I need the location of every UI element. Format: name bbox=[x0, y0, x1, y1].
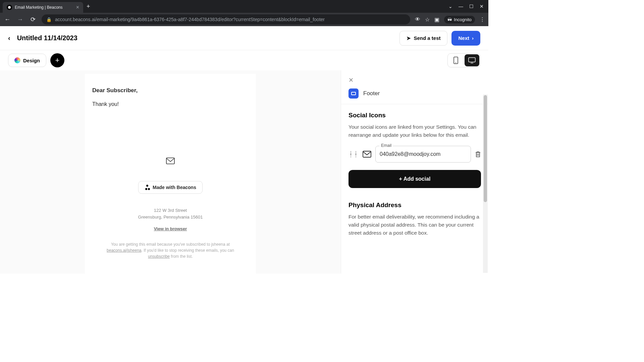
email-canvas[interactable]: Dear Subscriber, Thank you! Made with Be… bbox=[85, 74, 256, 274]
scrollbar-track[interactable] bbox=[483, 95, 488, 273]
mobile-view-button[interactable] bbox=[448, 54, 464, 67]
physical-address-heading: Physical Address bbox=[348, 201, 481, 209]
new-tab-button[interactable]: + bbox=[83, 2, 94, 11]
minimize-icon[interactable]: — bbox=[459, 4, 463, 9]
design-button[interactable]: Design bbox=[8, 54, 46, 67]
favicon-icon bbox=[7, 5, 12, 10]
editor-toolbar: Design + bbox=[0, 50, 488, 70]
document-title[interactable]: Untitled 11/14/2023 bbox=[17, 34, 77, 42]
kebab-menu-icon[interactable]: ⋮ bbox=[480, 16, 485, 23]
social-icons-description: Your social icons are linked from your S… bbox=[348, 123, 481, 139]
svg-rect-5 bbox=[363, 151, 371, 157]
social-email-input[interactable] bbox=[375, 146, 471, 163]
app-header: ‹ Untitled 11/14/2023 ➤ Send a test Next… bbox=[0, 26, 488, 50]
email-input-label: Email bbox=[379, 143, 393, 148]
browser-tab-strip: Email Marketing | Beacons × + ⌄ — ☐ ✕ bbox=[0, 0, 488, 13]
palette-icon bbox=[14, 57, 20, 63]
browser-tab[interactable]: Email Marketing | Beacons × bbox=[3, 2, 83, 13]
delete-social-icon[interactable] bbox=[475, 151, 481, 158]
scrollbar-thumb[interactable] bbox=[484, 95, 487, 202]
lock-icon: 🔒 bbox=[46, 17, 52, 22]
window-controls: ⌄ — ☐ ✕ bbox=[448, 0, 488, 13]
email-body: Thank you! bbox=[92, 101, 249, 107]
tab-title: Email Marketing | Beacons bbox=[15, 5, 73, 10]
dropdown-icon[interactable]: ⌄ bbox=[448, 4, 452, 9]
physical-address-description: For better email deliverability, we reco… bbox=[348, 213, 481, 237]
email-greeting: Dear Subscriber, bbox=[92, 87, 249, 94]
eye-off-icon[interactable]: 👁 bbox=[415, 16, 420, 22]
canvas-area: Dear Subscriber, Thank you! Made with Be… bbox=[0, 70, 341, 274]
next-button[interactable]: Next › bbox=[451, 31, 480, 46]
svg-rect-4 bbox=[166, 158, 174, 164]
incognito-icon: 🕶 bbox=[447, 17, 452, 22]
svg-point-1 bbox=[455, 62, 456, 63]
back-icon[interactable]: ← bbox=[3, 16, 11, 23]
send-icon: ➤ bbox=[407, 35, 411, 41]
footer-email-icon bbox=[92, 158, 249, 164]
made-with-badge[interactable]: Made with Beacons bbox=[138, 181, 203, 194]
close-tab-icon[interactable]: × bbox=[76, 4, 79, 10]
panel-title: Footer bbox=[363, 90, 380, 97]
social-item-row: ⋮⋮⋮⋮ Email bbox=[348, 146, 481, 163]
mobile-icon bbox=[453, 57, 458, 64]
back-chevron-icon[interactable]: ‹ bbox=[8, 34, 10, 42]
add-social-button[interactable]: + Add social bbox=[348, 170, 481, 188]
add-block-button[interactable]: + bbox=[50, 53, 64, 67]
unsubscribe-link[interactable]: unsubscribe bbox=[148, 254, 170, 259]
url-text: account.beacons.ai/email-marketing/9a4b8… bbox=[55, 17, 406, 22]
close-panel-icon[interactable]: ✕ bbox=[348, 76, 354, 84]
extensions-icon[interactable]: ▣ bbox=[434, 16, 439, 23]
desktop-view-button[interactable] bbox=[465, 54, 479, 66]
editor-main: Dear Subscriber, Thank you! Made with Be… bbox=[0, 70, 488, 274]
social-icons-heading: Social Icons bbox=[348, 112, 481, 119]
reload-icon[interactable]: ⟳ bbox=[29, 16, 37, 23]
chevron-right-icon: › bbox=[472, 35, 474, 41]
address-bar: ← → ⟳ 🔒 account.beacons.ai/email-marketi… bbox=[0, 13, 488, 26]
close-window-icon[interactable]: ✕ bbox=[480, 4, 484, 9]
bookmark-icon[interactable]: ☆ bbox=[425, 16, 430, 23]
profile-link[interactable]: beacons.ai/jsheena bbox=[107, 248, 141, 253]
view-in-browser-link[interactable]: View in browser bbox=[92, 226, 249, 231]
drag-handle-icon[interactable]: ⋮⋮⋮⋮ bbox=[348, 152, 359, 157]
footer-block-icon bbox=[348, 88, 359, 99]
panel-scroll-area[interactable]: Social Icons Your social icons are linke… bbox=[341, 104, 488, 274]
maximize-icon[interactable]: ☐ bbox=[469, 4, 474, 9]
incognito-chip[interactable]: 🕶 Incognito bbox=[444, 16, 475, 23]
footer-address: 122 W 3rd Street Greensburg, Pennsylvani… bbox=[92, 207, 249, 220]
svg-rect-2 bbox=[469, 58, 475, 62]
view-toggle bbox=[447, 53, 480, 67]
block-settings-panel: ✕ Footer Social Icons Your social icons … bbox=[341, 70, 488, 274]
beacons-logo-icon bbox=[145, 185, 150, 190]
forward-icon[interactable]: → bbox=[16, 16, 24, 23]
email-icon bbox=[363, 151, 371, 158]
url-input[interactable]: 🔒 account.beacons.ai/email-marketing/9a4… bbox=[42, 14, 410, 24]
send-test-button[interactable]: ➤ Send a test bbox=[399, 31, 447, 46]
footer-fine-print: You are getting this email because you'v… bbox=[92, 241, 249, 259]
desktop-icon bbox=[468, 57, 476, 63]
